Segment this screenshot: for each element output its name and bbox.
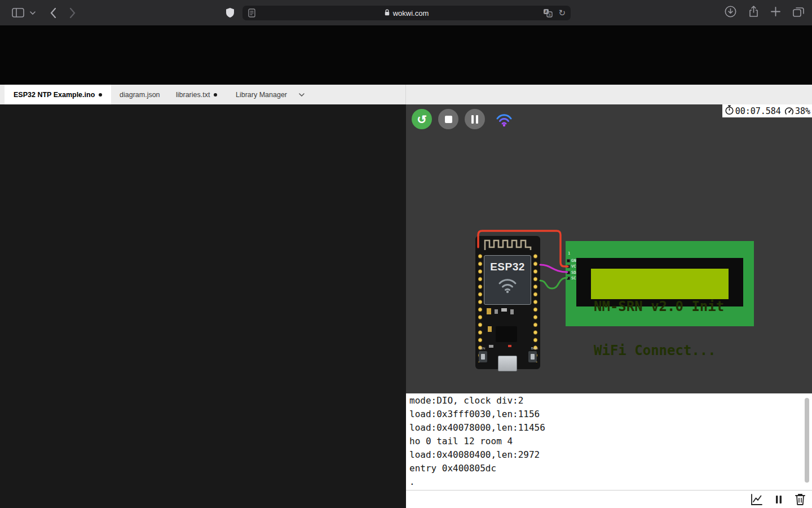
- lcd-pin1-label: 1: [568, 251, 570, 256]
- boot-button[interactable]: [528, 351, 537, 362]
- url-text: wokwi.com: [393, 9, 429, 17]
- espressif-wifi-logo-icon: [496, 286, 519, 295]
- pin-header-right[interactable]: [533, 253, 538, 362]
- tab-overview-icon[interactable]: [793, 7, 804, 19]
- file-tab-strip: ESP32 NTP Example.ino diagram.json libra…: [0, 85, 406, 104]
- url-bar[interactable]: wokwi.com Aa ↻: [242, 6, 571, 20]
- serial-line: load:0x40080400,len:2972: [406, 448, 812, 462]
- tab-label: libraries.txt: [176, 91, 210, 99]
- privacy-shield-icon: [223, 0, 237, 25]
- translate-icon[interactable]: Aa: [543, 8, 553, 19]
- diagram-canvas[interactable]: ESP32: [406, 104, 812, 393]
- component: [508, 345, 511, 347]
- component: [510, 309, 514, 314]
- pin-pad: [567, 265, 570, 268]
- share-icon[interactable]: [749, 6, 758, 20]
- page-background: [0, 25, 812, 85]
- serial-line: load:0x3fff0030,len:1156: [406, 408, 812, 421]
- tab-esp32-ntp-example-ino[interactable]: ESP32 NTP Example.ino: [5, 85, 111, 104]
- serial-scrollbar[interactable]: [805, 398, 809, 483]
- component: [495, 309, 498, 314]
- lock-icon: [385, 9, 390, 17]
- component: [489, 345, 493, 348]
- tab-label: Library Manager: [236, 91, 287, 99]
- en-button[interactable]: [479, 351, 487, 362]
- tab-bar: ESP32 NTP Example.ino diagram.json libra…: [0, 85, 812, 104]
- downloads-icon[interactable]: [725, 6, 736, 20]
- chevron-down-icon: [299, 93, 304, 97]
- esp32-board[interactable]: ESP32: [475, 236, 540, 369]
- serial-line: mode:DIO, clock div:2: [406, 394, 812, 408]
- serial-line: load:0x40078000,len:11456: [406, 421, 812, 435]
- wire-green-scl: [540, 278, 567, 288]
- chip-label: ESP32: [484, 261, 531, 273]
- tab-label: ESP32 NTP Example.ino: [14, 91, 95, 99]
- antenna-trace: [483, 238, 532, 253]
- en-label: EN: [480, 347, 485, 350]
- tab-diagram-json[interactable]: diagram.json: [111, 85, 169, 104]
- usb-connector: [498, 356, 517, 371]
- unsaved-dot: [214, 93, 217, 97]
- pause-scroll-icon[interactable]: [773, 493, 785, 506]
- browser-toolbar: wokwi.com Aa ↻: [0, 0, 812, 25]
- plot-chart-icon[interactable]: [750, 493, 764, 506]
- screen: wokwi.com Aa ↻ ESP32: [0, 0, 812, 508]
- component: [488, 326, 492, 332]
- clear-trash-icon[interactable]: [794, 493, 806, 506]
- reload-icon[interactable]: ↻: [558, 7, 566, 19]
- back-button[interactable]: [46, 0, 60, 25]
- pin-pad: [567, 259, 570, 262]
- lcd-line1: NM-SRN v2.0 Init: [594, 299, 729, 314]
- new-tab-icon[interactable]: [771, 7, 780, 19]
- chevron-down-icon[interactable]: [28, 0, 37, 25]
- lcd1602-display[interactable]: 1 GND VCC SDA SCL: [566, 241, 754, 326]
- reader-view-icon[interactable]: [248, 8, 255, 19]
- tab-library-manager[interactable]: Library Manager: [227, 85, 314, 104]
- serial-toolbar: [406, 490, 812, 508]
- unsaved-dot: [99, 93, 102, 97]
- sidebar-toggle-icon[interactable]: [10, 0, 26, 25]
- svg-text:a: a: [549, 12, 551, 16]
- component: [501, 308, 507, 312]
- wire-magenta-sda: [540, 265, 567, 272]
- lcd-screen: NM-SRN v2.0 Init WiFi Connect...: [591, 269, 729, 299]
- tab-libraries-txt[interactable]: libraries.txt: [167, 85, 226, 104]
- pin-pad: [567, 277, 570, 280]
- serial-line: entry 0x400805dc: [406, 462, 812, 475]
- simulation-tab-strip: Simulation: [406, 85, 812, 104]
- esp32-shield: ESP32: [484, 255, 531, 305]
- serial-line: .: [406, 475, 812, 489]
- pin-header-left[interactable]: [478, 253, 483, 362]
- tab-label: diagram.json: [120, 91, 160, 99]
- lcd-bezel: NM-SRN v2.0 Init WiFi Connect...: [576, 258, 743, 306]
- usb-uart-chip: [496, 326, 517, 342]
- pin-pad: [567, 271, 570, 274]
- serial-line: ho 0 tail 12 room 4: [406, 435, 812, 448]
- forward-button[interactable]: [65, 0, 79, 25]
- simulation-pane: ↺ 00:07.584: [406, 104, 812, 393]
- lcd-line2: WiFi Connect...: [594, 343, 729, 358]
- boot-label: Boot: [531, 347, 538, 350]
- toolbar-right-group: [725, 0, 804, 25]
- component: [487, 308, 491, 314]
- serial-monitor[interactable]: mode:DIO, clock div:2 load:0x3fff0030,le…: [406, 393, 812, 490]
- code-editor-pane[interactable]: [0, 104, 406, 508]
